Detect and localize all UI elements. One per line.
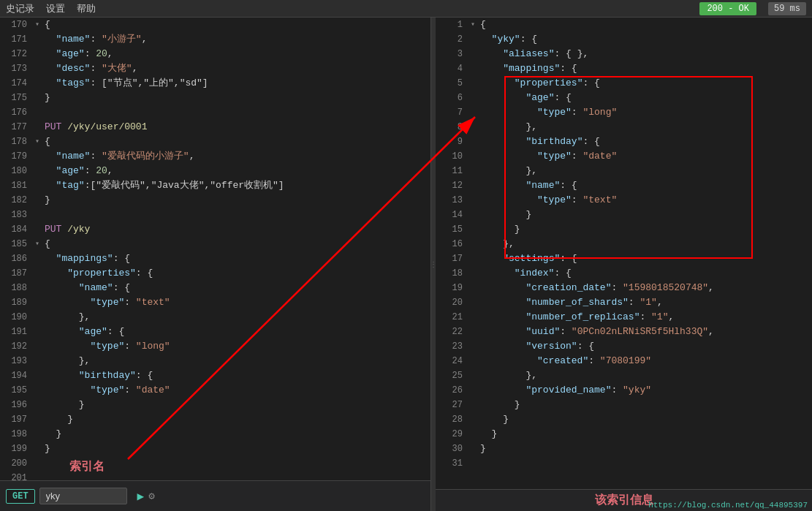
table-row: 19 "creation_date": "1598018520748", [436,281,812,295]
table-row: 172 "age": 20, [0,47,430,61]
menu-help[interactable]: 帮助 [77,2,96,15]
menu-bar: 史记录 设置 帮助 200 - OK 59 ms [0,0,812,18]
table-row: 200 [0,456,430,471]
table-row: 192 "type": "long" [0,339,430,354]
table-row: 179 "name": "爱敲代码的小游子", [0,149,430,164]
table-row: 28 } [436,412,812,427]
table-row: 173 "desc": "大佬", [0,61,430,76]
method-badge: GET [6,489,35,504]
table-row: 187 "properties": { [0,266,430,281]
table-row: 201 [0,471,430,480]
table-row: 3 "aliases": { }, [436,47,812,61]
table-row: 17 "settings": { [436,251,812,266]
menu-history[interactable]: 史记录 [6,2,34,15]
table-row: 29 } [436,427,812,442]
menu-settings[interactable]: 设置 [46,2,65,15]
table-row: 18 "index": { [436,266,812,281]
table-row: 4 "mappings": { [436,61,812,76]
table-row: 181 "tag":["爱敲代码","Java大佬","offer收割机"] [0,178,430,193]
table-row: 199} [0,442,430,456]
left-code-area[interactable]: 170▾{171 "name": "小游子",172 "age": 20,173… [0,18,430,480]
table-row: 190 }, [0,310,430,325]
table-row: 11 }, [436,164,812,178]
table-row: 21 "number_of_replicas": "1", [436,310,812,325]
table-row: 196 } [0,398,430,412]
play-button[interactable]: ▶ [137,489,145,504]
table-row: 14 } [436,208,812,222]
table-row: 9 "birthday": { [436,135,812,149]
bottom-bar: GET ▶ ⚙ [0,480,430,511]
table-row: 8 }, [436,120,812,135]
table-row: 188 "name": { [0,281,430,295]
table-row: 184PUT /yky [0,222,430,237]
table-row: 1▾{ [436,18,812,32]
table-row: 193 }, [0,354,430,368]
table-row: 5 "properties": { [436,76,812,91]
table-row: 170▾{ [0,18,430,32]
table-row: 178▾{ [0,135,430,149]
table-row: 180 "age": 20, [0,164,430,178]
table-row: 25 }, [436,368,812,383]
table-row: 7 "type": "long" [436,105,812,120]
url-input[interactable] [39,488,127,504]
table-row: 191 "age": { [0,325,430,339]
table-row: 182} [0,193,430,208]
table-row: 13 "type": "text" [436,193,812,208]
table-row: 174 "tags": ["节点","上的","sd"] [0,76,430,91]
table-row: 171 "name": "小游子", [0,32,430,47]
table-row: 175} [0,91,430,105]
table-row: 198 } [0,427,430,442]
left-panel: 170▾{171 "name": "小游子",172 "age": 20,173… [0,18,431,511]
status-ok-badge: 200 - OK [699,2,756,15]
table-row: 197 } [0,412,430,427]
footer-url: https://blog.csdn.net/qq_44895397 [644,499,812,511]
table-row: 26 "provided_name": "yky" [436,383,812,398]
table-row: 30} [436,442,812,456]
settings-icon[interactable]: ⚙ [148,490,154,502]
table-row: 31 [436,456,812,471]
table-row: 189 "type": "text" [0,295,430,310]
table-row: 195 "type": "date" [0,383,430,398]
table-row: 12 "name": { [436,178,812,193]
table-row: 15 } [436,222,812,237]
table-row: 186 "mappings": { [0,251,430,266]
table-row: 183 [0,208,430,222]
table-row: 23 "version": { [436,339,812,354]
table-row: 176 [0,105,430,120]
table-row: 10 "type": "date" [436,149,812,164]
table-row: 16 }, [436,237,812,251]
table-row: 22 "uuid": "0PCn02nLRNiSR5f5Hlh33Q", [436,325,812,339]
response-time-badge: 59 ms [768,2,806,15]
table-row: 6 "age": { [436,91,812,105]
table-row: 177PUT /yky/user/0001 [0,120,430,135]
table-row: 185▾{ [0,237,430,251]
table-row: 20 "number_of_shards": "1", [436,295,812,310]
table-row: 2 "yky": { [436,32,812,47]
table-row: 194 "birthday": { [0,368,430,383]
right-code-area[interactable]: 1▾{2 "yky": {3 "aliases": { },4 "mapping… [436,18,812,489]
right-panel: 1▾{2 "yky": {3 "aliases": { },4 "mapping… [436,18,812,511]
table-row: 24 "created": "7080199" [436,354,812,368]
table-row: 27 } [436,398,812,412]
main-container: 170▾{171 "name": "小游子",172 "age": 20,173… [0,18,812,511]
